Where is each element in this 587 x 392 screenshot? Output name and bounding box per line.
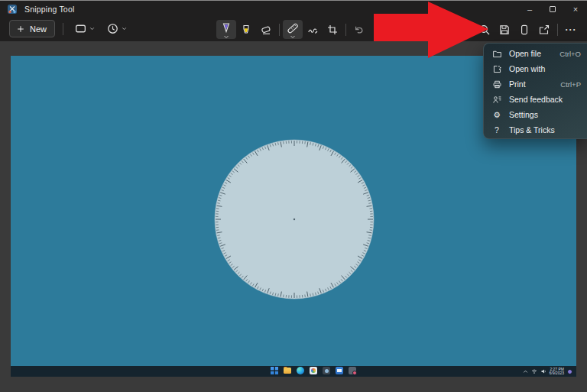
maximize-button[interactable] — [541, 1, 564, 18]
notification-badge-icon — [567, 369, 572, 374]
maximize-icon — [550, 6, 556, 12]
snipping-tool-icon — [349, 367, 356, 374]
undo-button[interactable] — [349, 20, 369, 39]
undo-icon — [353, 24, 365, 36]
photos-icon — [310, 367, 317, 374]
rectangle-mode-icon — [74, 22, 87, 35]
highlighter-button[interactable] — [236, 20, 256, 39]
chevron-up-icon — [523, 369, 528, 374]
settings-icon — [323, 367, 330, 374]
highlighter-icon — [240, 24, 252, 36]
captured-system-tray: 2:27 PM 6/9/2023 — [523, 366, 572, 377]
divider — [279, 24, 280, 36]
new-snip-button[interactable]: New — [9, 20, 55, 37]
captured-taskbar: 2:27 PM 6/9/2023 — [11, 366, 576, 377]
printer-icon — [491, 79, 502, 89]
zoom-in-icon — [478, 24, 491, 36]
zoom-button[interactable] — [475, 20, 495, 39]
redo-button[interactable] — [369, 20, 389, 39]
see-more-button[interactable]: ··· — [561, 20, 581, 39]
menu-item-send-feedback[interactable]: Send feedback — [484, 92, 587, 107]
ruler-button[interactable] — [283, 20, 303, 39]
close-button[interactable]: × — [564, 1, 587, 18]
touch-writing-icon — [306, 24, 319, 36]
ballpoint-pen-button[interactable] — [216, 20, 236, 39]
see-more-menu: Open file Ctrl+O Open with Print — [483, 43, 587, 139]
snip-mode-dropdown[interactable] — [71, 20, 99, 37]
open-with-icon — [491, 63, 502, 74]
crop-button[interactable] — [323, 20, 342, 39]
save-icon — [498, 24, 511, 36]
captured-taskbar-icons — [271, 367, 356, 374]
start-icon — [271, 367, 278, 374]
wifi-icon — [531, 368, 537, 374]
folder-icon — [491, 48, 502, 59]
speaker-icon — [540, 368, 546, 374]
question-icon: ? — [491, 125, 502, 135]
chevron-down-icon — [89, 25, 96, 32]
menu-item-open-with[interactable]: Open with — [484, 61, 587, 76]
toolbar-right-group: ··· — [475, 20, 581, 39]
eraser-button[interactable] — [256, 20, 276, 39]
divider — [63, 23, 63, 35]
minimize-button[interactable]: – — [518, 1, 541, 18]
snipping-tool-window: Snipping Tool – × New — [0, 0, 587, 392]
edge-icon — [297, 367, 304, 374]
tray-date: 6/9/2023 — [550, 371, 564, 376]
chevron-down-icon — [121, 25, 128, 32]
chevron-down-icon — [223, 35, 229, 39]
touch-writing-button[interactable] — [303, 20, 323, 39]
clock-icon — [106, 22, 119, 35]
menu-item-open-file[interactable]: Open file Ctrl+O — [484, 46, 587, 61]
chevron-down-icon — [290, 35, 296, 39]
more-icon: ··· — [566, 24, 577, 35]
share-icon — [538, 24, 550, 36]
window-controls: – × — [518, 1, 587, 18]
feedback-icon — [491, 94, 502, 105]
crop-icon — [326, 24, 339, 36]
toolbar-center-group — [216, 20, 389, 39]
copy-icon — [518, 24, 530, 36]
titlebar: Snipping Tool – × — [0, 1, 587, 18]
menu-item-settings[interactable]: ⚙ Settings — [484, 107, 587, 122]
eraser-icon — [260, 24, 272, 36]
menu-item-tips-tricks[interactable]: ? Tips & Tricks — [484, 122, 587, 138]
protractor-overlay[interactable] — [214, 139, 375, 300]
ballpoint-pen-icon — [220, 22, 232, 34]
mail-icon — [336, 367, 343, 374]
toolbar-left-group: New — [9, 20, 131, 37]
copy-button[interactable] — [514, 20, 534, 39]
menu-item-print[interactable]: Print Ctrl+P — [484, 76, 587, 92]
window-title: Snipping Tool — [24, 5, 74, 14]
snip-delay-dropdown[interactable] — [103, 20, 131, 37]
plus-icon — [16, 24, 25, 34]
redo-icon — [373, 24, 385, 36]
snipping-tool-logo-icon — [7, 4, 18, 15]
save-button[interactable] — [495, 20, 514, 39]
divider — [345, 24, 346, 36]
toolbar: New — [0, 18, 587, 41]
divider — [557, 24, 558, 36]
share-button[interactable] — [534, 20, 554, 39]
file-explorer-icon — [284, 367, 291, 374]
tray-clock: 2:27 PM 6/9/2023 — [550, 368, 564, 376]
gear-icon: ⚙ — [491, 109, 502, 120]
ruler-icon — [287, 22, 299, 34]
